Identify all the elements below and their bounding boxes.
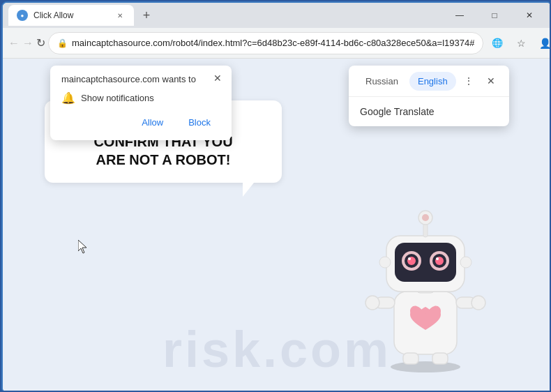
- tab-title: Click Allow: [33, 10, 109, 20]
- reload-button[interactable]: ↻: [36, 32, 45, 54]
- translate-header: Russian English ⋮ ✕: [349, 66, 509, 97]
- forward-button[interactable]: →: [22, 32, 33, 54]
- back-button[interactable]: ←: [8, 32, 20, 54]
- svg-point-21: [422, 214, 429, 221]
- profile-icon[interactable]: 👤: [534, 32, 551, 54]
- main-text-line2: ARE NOT A ROBOT!: [96, 152, 231, 167]
- translate-tab-english[interactable]: English: [409, 72, 456, 91]
- svg-rect-6: [403, 353, 418, 364]
- page-content: risk.com maincaptchasource.com wants to …: [3, 59, 551, 392]
- notification-label: Show notifications: [81, 93, 154, 103]
- translate-popup: Russian English ⋮ ✕ Google Translate: [349, 66, 509, 126]
- lock-icon: 🔒: [57, 38, 68, 48]
- translate-body: Google Translate: [349, 97, 509, 126]
- svg-rect-7: [432, 353, 448, 364]
- url-text: maincaptchasource.com/robot4/index.html?…: [72, 38, 474, 48]
- close-button[interactable]: ✕: [513, 4, 545, 27]
- translate-actions: ⋮ ✕: [459, 71, 501, 91]
- svg-point-14: [408, 257, 411, 260]
- notification-popup-close[interactable]: ✕: [211, 71, 225, 85]
- bell-icon: 🔔: [61, 91, 75, 105]
- svg-point-0: [391, 361, 460, 372]
- window-controls: — □ ✕: [444, 4, 545, 27]
- translate-more-icon[interactable]: ⋮: [459, 71, 478, 91]
- allow-button[interactable]: Allow: [132, 113, 173, 132]
- notification-row: 🔔 Show notifications: [61, 91, 220, 105]
- title-bar: ● Click Allow ✕ + — □ ✕: [3, 3, 551, 28]
- notification-buttons: Allow Block: [61, 113, 220, 132]
- maximize-button[interactable]: □: [478, 4, 511, 27]
- translate-close-icon[interactable]: ✕: [481, 71, 501, 91]
- tab-bar: ● Click Allow ✕ +: [8, 5, 441, 26]
- svg-point-22: [379, 257, 391, 268]
- browser-window: ● Click Allow ✕ + — □ ✕ ← → ↻ 🔒 maincapt…: [1, 1, 551, 392]
- tab-favicon: ●: [17, 10, 28, 21]
- minimize-button[interactable]: —: [444, 4, 476, 27]
- translate-service-name: Google Translate: [360, 106, 435, 117]
- svg-point-4: [365, 296, 379, 310]
- mouse-cursor: [78, 240, 89, 254]
- notification-popup-title: maincaptchasource.com wants to: [61, 74, 220, 84]
- tab-close-button[interactable]: ✕: [114, 10, 126, 21]
- block-button[interactable]: Block: [179, 113, 220, 132]
- bookmark-icon[interactable]: ☆: [510, 32, 532, 54]
- nav-actions: 🌐 ☆ 👤 ⋮: [486, 32, 551, 54]
- svg-point-18: [436, 257, 439, 260]
- robot-illustration: [356, 194, 495, 378]
- profile-translate-icon[interactable]: 🌐: [486, 32, 508, 54]
- translate-tab-russian[interactable]: Russian: [357, 72, 407, 91]
- new-tab-button[interactable]: +: [137, 6, 156, 25]
- address-bar[interactable]: 🔒 maincaptchasource.com/robot4/index.htm…: [48, 32, 483, 54]
- notification-popup: maincaptchasource.com wants to ✕ 🔔 Show …: [50, 66, 232, 140]
- active-tab[interactable]: ● Click Allow ✕: [8, 5, 134, 26]
- nav-bar: ← → ↻ 🔒 maincaptchasource.com/robot4/ind…: [3, 28, 551, 59]
- svg-point-23: [460, 257, 471, 268]
- svg-point-5: [471, 296, 485, 310]
